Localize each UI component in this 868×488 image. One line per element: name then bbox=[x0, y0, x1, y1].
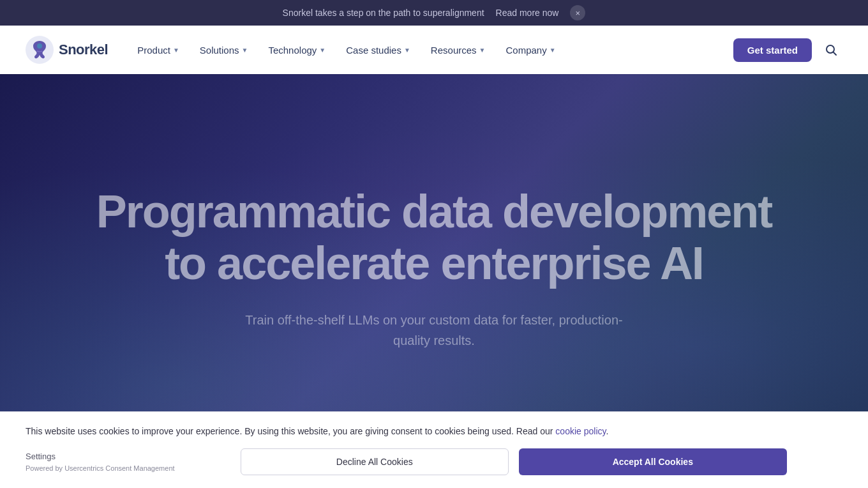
nav-resources-label: Resources bbox=[431, 45, 477, 56]
nav-items: Product ▼ Solutions ▼ Technology ▼ Case … bbox=[128, 40, 733, 61]
nav-item-solutions[interactable]: Solutions ▼ bbox=[191, 40, 257, 61]
nav-right: Get started bbox=[733, 38, 842, 62]
svg-line-3 bbox=[834, 52, 836, 55]
cookie-settings-link[interactable]: Settings bbox=[26, 452, 56, 461]
snorkel-logo-icon bbox=[26, 36, 54, 64]
cookie-settings-area: Settings Powered by Usercentrics Consent… bbox=[26, 450, 175, 473]
search-icon bbox=[825, 43, 837, 56]
nav-case-studies-label: Case studies bbox=[346, 45, 401, 56]
svg-point-2 bbox=[827, 45, 834, 53]
nav-product-label: Product bbox=[137, 45, 170, 56]
announcement-close-button[interactable]: × bbox=[570, 5, 585, 20]
cookie-banner: This website uses cookies to improve you… bbox=[0, 411, 868, 488]
chevron-down-icon: ▼ bbox=[404, 47, 410, 54]
chevron-down-icon: ▼ bbox=[550, 47, 556, 54]
cookie-policy-link[interactable]: cookie policy bbox=[555, 426, 606, 436]
chevron-down-icon: ▼ bbox=[173, 47, 179, 54]
announcement-cta[interactable]: Read more now bbox=[496, 8, 559, 18]
cookie-link-suffix: . bbox=[606, 426, 608, 436]
cookie-powered-by: Powered by Usercentrics Consent Manageme… bbox=[26, 464, 175, 472]
nav-item-case-studies[interactable]: Case studies ▼ bbox=[337, 40, 419, 61]
hero-subtitle: Train off-the-shelf LLMs on your custom … bbox=[243, 310, 625, 351]
cookie-message-text: This website uses cookies to improve you… bbox=[26, 426, 553, 436]
chevron-down-icon: ▼ bbox=[242, 47, 248, 54]
nav-item-resources[interactable]: Resources ▼ bbox=[422, 40, 495, 61]
decline-cookies-button[interactable]: Decline All Cookies bbox=[241, 448, 509, 475]
get-started-button[interactable]: Get started bbox=[733, 38, 812, 62]
nav-item-technology[interactable]: Technology ▼ bbox=[259, 40, 334, 61]
svg-point-1 bbox=[37, 43, 42, 49]
announcement-text: Snorkel takes a step on the path to supe… bbox=[283, 8, 484, 18]
nav-company-label: Company bbox=[505, 45, 546, 56]
logo-text: Snorkel bbox=[59, 42, 108, 58]
search-button[interactable] bbox=[819, 38, 842, 61]
logo-link[interactable]: Snorkel bbox=[26, 36, 108, 64]
nav-technology-label: Technology bbox=[268, 45, 317, 56]
chevron-down-icon: ▼ bbox=[479, 47, 486, 54]
chevron-down-icon: ▼ bbox=[319, 47, 326, 54]
hero-section: Programmatic data development to acceler… bbox=[0, 74, 868, 462]
accept-cookies-button[interactable]: Accept All Cookies bbox=[519, 448, 787, 475]
hero-title: Programmatic data development to acceler… bbox=[83, 186, 785, 289]
nav-item-product[interactable]: Product ▼ bbox=[128, 40, 188, 61]
nav-solutions-label: Solutions bbox=[200, 45, 239, 56]
announcement-bar: Snorkel takes a step on the path to supe… bbox=[0, 0, 868, 26]
navbar: Snorkel Product ▼ Solutions ▼ Technology… bbox=[0, 26, 868, 74]
cookie-controls: Settings Powered by Usercentrics Consent… bbox=[26, 448, 842, 475]
cookie-buttons: Decline All Cookies Accept All Cookies bbox=[185, 448, 842, 475]
close-icon: × bbox=[576, 8, 581, 18]
cookie-message: This website uses cookies to improve you… bbox=[26, 425, 842, 438]
nav-item-company[interactable]: Company ▼ bbox=[497, 40, 564, 61]
